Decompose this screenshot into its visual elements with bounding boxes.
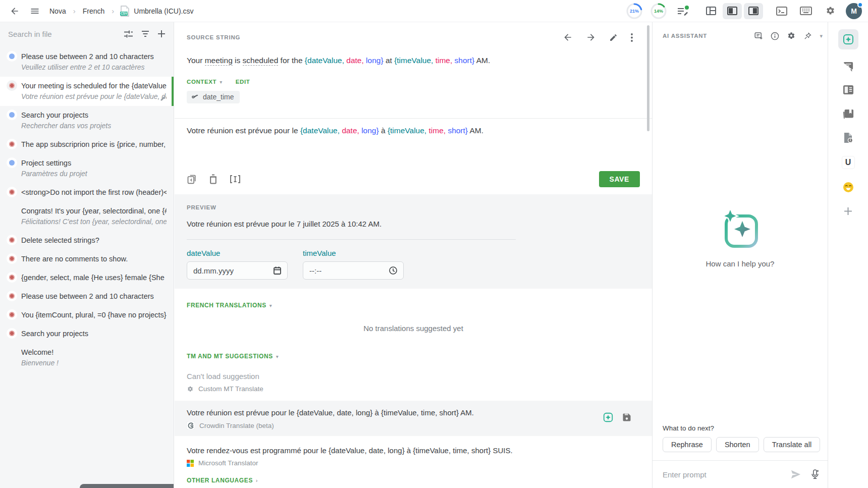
translation-input[interactable]: Votre réunion est prévue pour le {dateVa… xyxy=(175,119,652,171)
string-list-item[interactable]: Please use between 2 and 10 characters xyxy=(0,287,174,306)
string-list-item[interactable]: Search your projects xyxy=(0,324,174,343)
edit-source-icon[interactable] xyxy=(609,33,618,42)
string-status-icon xyxy=(8,207,15,214)
settings-button[interactable] xyxy=(822,3,839,20)
voice-input-icon[interactable] xyxy=(810,469,820,480)
keyboard-icon xyxy=(800,7,812,15)
tune-filter-icon[interactable] xyxy=(124,30,133,38)
string-list-item[interactable]: Search your projects Rechercher dans vos… xyxy=(0,106,174,135)
suggestion-microsoft-row[interactable]: Votre rendez-vous est programmé pour le … xyxy=(175,446,652,467)
layout-left-panel-button[interactable] xyxy=(723,3,742,19)
gear-icon xyxy=(825,6,836,16)
gear-icon xyxy=(187,386,194,393)
layout-split-view-button[interactable] xyxy=(701,3,721,19)
custom-app-tab[interactable]: U xyxy=(842,156,854,169)
string-source-text: {gender, select, male {He uses} female {… xyxy=(21,273,167,283)
emoji-app-tab[interactable] xyxy=(843,182,854,193)
save-suggestion-icon[interactable] xyxy=(622,412,632,422)
clear-translation-icon[interactable] xyxy=(209,174,218,184)
pin-icon[interactable] xyxy=(803,32,812,40)
split-view-icon xyxy=(706,7,716,15)
time-value-input[interactable]: --:-- xyxy=(303,261,404,280)
next-string-icon[interactable] xyxy=(586,32,596,42)
editor-scrollbar[interactable] xyxy=(647,25,649,131)
string-translation-text: Votre réunion est prévue pour le {dateVa… xyxy=(21,91,167,102)
date-value-input[interactable]: dd.mm.yyyy xyxy=(187,261,288,280)
info-icon[interactable] xyxy=(771,32,779,40)
string-list-item[interactable]: You {itemCount, plural, =0 {have no proj… xyxy=(0,306,174,324)
edit-pencil-icon[interactable] xyxy=(160,95,167,101)
context-dropdown[interactable]: CONTEXT ▾ xyxy=(187,79,223,85)
edit-list-icon xyxy=(676,5,689,17)
string-list-item[interactable]: Please use between 2 and 10 characters V… xyxy=(0,47,174,77)
string-status-icon xyxy=(9,160,15,166)
other-languages-toggle[interactable]: OTHER LANGUAGES › xyxy=(187,477,640,484)
search-input[interactable]: Search in file xyxy=(8,30,116,38)
proofread-mode-button[interactable] xyxy=(674,3,691,20)
breadcrumb-language[interactable]: French xyxy=(80,7,108,15)
gear-icon[interactable] xyxy=(787,31,796,40)
ai-refine-icon[interactable] xyxy=(603,412,614,423)
emoji-icon xyxy=(843,182,854,193)
filter-icon[interactable] xyxy=(141,30,149,37)
copy-source-icon[interactable] xyxy=(187,174,197,184)
shorten-button[interactable]: Shorten xyxy=(716,437,759,452)
string-list-item[interactable]: Congrats! It's your {year, selectordinal… xyxy=(0,202,174,231)
layout-right-panel-button[interactable] xyxy=(744,3,763,19)
suggestion-error-row: Can't load suggestion Custom MT Translat… xyxy=(175,372,652,393)
breadcrumb-file[interactable]: CSV Umbrella (ICU).csv xyxy=(118,6,196,17)
rephrase-button[interactable]: Rephrase xyxy=(663,437,712,452)
translated-progress-ring[interactable]: 21% xyxy=(626,3,643,20)
string-list-item[interactable]: <strong>Do not import the first row (hea… xyxy=(0,183,174,202)
suggestion-crowdin-row[interactable]: Votre réunion est prévue pour le {dateVa… xyxy=(175,401,652,436)
string-status-icon xyxy=(9,141,15,147)
hamburger-icon xyxy=(30,6,40,16)
new-prompt-icon[interactable] xyxy=(754,31,763,40)
suggestion-provider: Custom MT Translate xyxy=(198,385,263,393)
french-translations-toggle[interactable]: FRENCH TRANSLATIONS ▾ xyxy=(187,302,272,309)
suggestion-text[interactable]: Votre rendez-vous est programmé pour le … xyxy=(187,446,640,455)
console-button[interactable] xyxy=(773,3,790,20)
string-status-icon xyxy=(9,112,15,118)
string-list-item[interactable]: Your meeting is scheduled for the {dateV… xyxy=(0,77,174,106)
tm-mt-suggestions-toggle[interactable]: TM AND MT SUGGESTIONS ▾ xyxy=(187,353,279,360)
context-panel-tab[interactable] xyxy=(843,85,854,95)
breadcrumb-filename: Umbrella (ICU).csv xyxy=(134,7,196,15)
menu-button[interactable] xyxy=(26,3,43,20)
shortcuts-button[interactable] xyxy=(797,3,815,20)
string-list-item[interactable]: Project settings Paramètres du projet xyxy=(0,154,174,183)
string-list-item[interactable]: Welcome! Bienvenue ! xyxy=(0,343,174,372)
breadcrumb-project[interactable]: Nova xyxy=(46,7,69,15)
string-status-icon xyxy=(9,237,15,243)
string-list-item[interactable]: {gender, select, male {He uses} female {… xyxy=(0,268,174,287)
source-string-label: SOURCE STRING xyxy=(187,34,240,40)
approved-progress-ring[interactable]: 14% xyxy=(650,3,667,20)
prompt-input[interactable]: Enter prompt xyxy=(663,470,781,479)
edit-context-button[interactable]: EDIT xyxy=(236,79,250,85)
select-text-icon[interactable] xyxy=(230,175,241,184)
suggestion-text[interactable]: Votre réunion est prévue pour le {dateVa… xyxy=(187,408,640,417)
add-string-icon[interactable] xyxy=(157,30,166,38)
file-info-tab[interactable] xyxy=(843,132,853,143)
more-options-icon[interactable] xyxy=(631,33,633,42)
send-icon[interactable] xyxy=(790,469,801,479)
glossary-tab[interactable] xyxy=(843,109,854,120)
comments-tab[interactable] xyxy=(843,62,854,72)
save-button[interactable]: SAVE xyxy=(599,171,640,187)
collapse-panel-icon[interactable]: ▾ xyxy=(820,33,823,39)
back-button[interactable] xyxy=(6,3,23,20)
string-list-item[interactable]: Delete selected strings? xyxy=(0,231,174,250)
avatar[interactable]: M xyxy=(846,3,862,19)
add-app-button[interactable] xyxy=(844,207,852,215)
string-status-icon xyxy=(9,312,15,317)
translate-all-button[interactable]: Translate all xyxy=(764,437,820,452)
calendar-icon[interactable] xyxy=(274,266,281,275)
string-list-item[interactable]: There are no comments to show. xyxy=(0,250,174,268)
string-source-text: There are no comments to show. xyxy=(21,254,167,264)
previous-string-icon[interactable] xyxy=(563,32,573,42)
ai-assistant-tab[interactable] xyxy=(838,29,858,49)
string-list-item[interactable]: The app subscriprion price is {price, nu… xyxy=(0,135,174,154)
translation-editor: SOURCE STRING Your meeting is scheduled … xyxy=(175,22,652,488)
clock-icon[interactable] xyxy=(389,266,397,275)
string-identifier-tag[interactable]: date_time xyxy=(187,91,240,103)
